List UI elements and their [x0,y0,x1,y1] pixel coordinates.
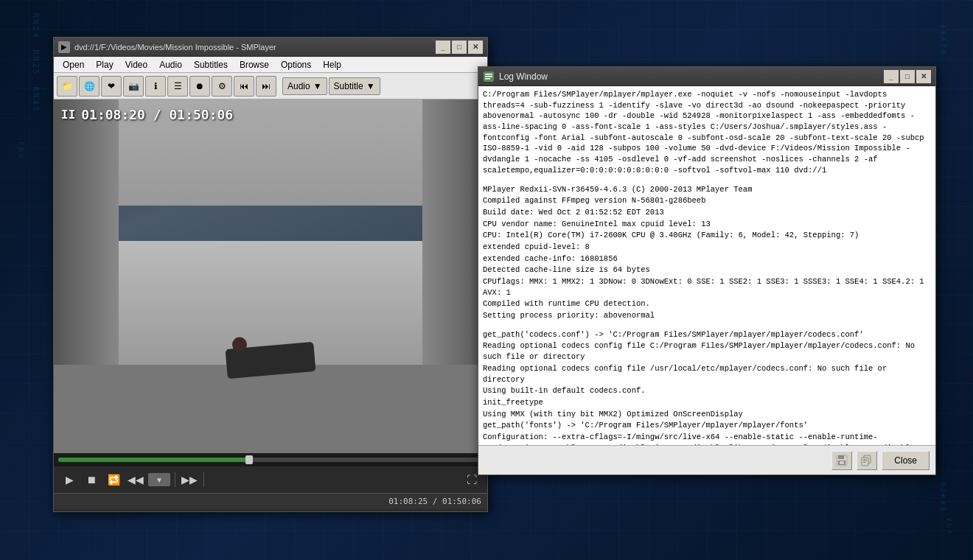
video-scene [54,99,487,453]
audio-dropdown[interactable]: Audio ▼ [282,77,327,95]
log-line: extended cpuid-level: 8 [483,242,931,253]
smplayer-titlebar: ▶ dvd://1/F:/Videos/Movies/Mission Impos… [54,38,487,57]
svg-rect-9 [862,458,868,466]
tb-open-button[interactable]: 📁 [57,76,77,97]
tb-playlist-button[interactable]: ☰ [167,76,188,97]
log-titlebar: Log Window _ □ ✕ [478,67,935,86]
progress-bar[interactable] [58,458,483,462]
log-line: C:/Program Files/SMPlayer/mplayer/mplaye… [483,89,931,176]
log-minimize-button[interactable]: _ [884,70,899,83]
tb-next-button[interactable]: ⏭ [256,76,276,97]
tb-record-button[interactable]: ⏺ [189,76,210,97]
log-line: CPUflags: MMX: 1 MMX2: 1 3DNow: 0 3DNowE… [483,276,931,298]
progress-fill [58,458,249,462]
svg-rect-3 [485,78,490,80]
log-window: Log Window _ □ ✕ C:/Program Files/SMPlay… [478,66,936,475]
progress-area[interactable] [54,453,487,466]
menu-options[interactable]: Options [275,58,317,71]
minimize-button[interactable]: _ [436,41,450,54]
log-icon [483,71,495,83]
log-line: Using built-in default codecs.conf. [483,385,931,396]
subtitle-dropdown[interactable]: Subtitle ▼ [329,77,380,95]
controls-bar: ▶ ⏹ 🔁 ◀◀ ▼ ▶▶ ⛶ [54,466,487,493]
tb-url-button[interactable]: 🌐 [79,76,100,97]
log-line: Using MMX (with tiny bit MMX2) Optimized… [483,409,931,420]
log-line: Detected cache-line size is 64 bytes [483,265,931,276]
menu-audio[interactable]: Audio [153,58,188,71]
subtitle-label: Subtitle [334,81,363,91]
circuit-label: VGA [945,517,952,536]
subtitle-dropdown-arrow: ▼ [366,81,375,91]
volume-indicator: ▼ [148,473,170,486]
svg-rect-12 [863,462,865,463]
maximize-button[interactable]: □ [452,41,467,54]
log-line: Compiled with runtime CPU detection. [483,298,931,309]
log-close-button[interactable]: Close [882,451,930,470]
progress-handle[interactable] [245,455,253,464]
menu-subtitles[interactable]: Subtitles [188,58,234,71]
circuit-label: 32KX8 [939,482,946,513]
circuit-label: FEATU [939,25,946,56]
menu-video[interactable]: Video [119,58,153,71]
forward-button[interactable]: ▶▶ [180,470,199,489]
log-maximize-button[interactable]: □ [900,70,915,83]
tb-prev-button[interactable]: ⏮ [234,76,254,97]
audio-label: Audio [287,81,310,91]
smplayer-window-controls: _ □ ✕ [436,41,483,54]
circuit-label: RN24 [32,13,40,39]
menu-play[interactable]: Play [90,58,119,71]
log-line: Build date: Wed Oct 2 01:52:52 EDT 2013 [483,207,931,218]
log-line: init_freetype [483,397,931,408]
menu-open[interactable]: Open [57,58,90,71]
log-line: Setting process priority: abovenormal [483,310,931,321]
menu-browse[interactable]: Browse [234,58,275,71]
pause-indicator: II [61,108,75,122]
stop-button[interactable]: ⏹ [82,470,101,489]
menu-bar: Open Play Video Audio Subtitles Browse O… [54,57,487,73]
smplayer-title: dvd://1/F:/Videos/Movies/Mission Impossi… [74,43,436,52]
tb-favorite-button[interactable]: ❤ [101,76,122,97]
smplayer-icon: ▶ [58,41,70,53]
log-line: get_path('codecs.conf') -> 'C:/Program F… [483,329,931,340]
log-line: CPU vendor name: GenuineIntel max cpuid … [483,219,931,230]
svg-rect-1 [485,74,492,75]
play-button[interactable]: ▶ [60,470,79,489]
close-button[interactable]: ✕ [468,41,483,54]
save-icon [836,455,848,466]
svg-rect-11 [863,461,867,461]
current-time-display: 01:08:20 / 01:50:06 [81,107,233,122]
copy-icon [861,455,873,466]
menu-help[interactable]: Help [317,58,347,71]
svg-rect-2 [485,76,492,77]
log-footer: Close [478,445,935,475]
smplayer-window: ▶ dvd://1/F:/Videos/Movies/Mission Impos… [53,37,488,512]
log-line: MPlayer Redxii-SVN-r36459-4.6.3 (C) 2000… [483,184,931,195]
control-separator [175,472,175,487]
log-line: extended cache-info: 16801856 [483,253,931,265]
tb-info-button[interactable]: ℹ [145,76,166,97]
log-content[interactable]: C:/Program Files/SMPlayer/mplayer/mplaye… [478,86,935,445]
log-window-title: Log Window [499,71,884,82]
tb-settings-button[interactable]: ⚙ [212,76,232,97]
video-area[interactable]: II 01:08:20 / 01:50:06 [54,99,487,453]
log-line: CPU: Intel(R) Core(TM) i7-2600K CPU @ 3.… [483,230,931,241]
video-timestamp: II 01:08:20 / 01:50:06 [61,107,233,122]
log-line: Compiled against FFmpeg version N-56801-… [483,195,931,206]
log-line: Reading optional codecs config file /usr… [483,363,931,385]
rewind-button[interactable]: ◀◀ [126,470,145,489]
circuit-label: FRO [17,141,24,160]
log-line [483,177,931,184]
status-bar: 01:08:25 / 01:50:06 [54,493,487,509]
log-line: Reading optional codecs config file C:/P… [483,340,931,362]
toolbar: 📁 🌐 ❤ 📷 ℹ ☰ ⏺ ⚙ ⏮ ⏭ Audio ▼ Subtitle ▼ [54,73,487,99]
video-content [54,99,487,453]
log-save-button[interactable] [831,451,852,470]
log-copy-button[interactable] [857,451,877,470]
log-close-x-button[interactable]: ✕ [916,70,931,83]
svg-rect-10 [863,459,867,460]
scene-floor [54,365,487,453]
tb-screenshot-button[interactable]: 📷 [123,76,144,97]
control-separator-2 [203,472,204,487]
loop-button[interactable]: 🔁 [104,470,123,489]
circuit-label: RN25 [32,49,40,76]
